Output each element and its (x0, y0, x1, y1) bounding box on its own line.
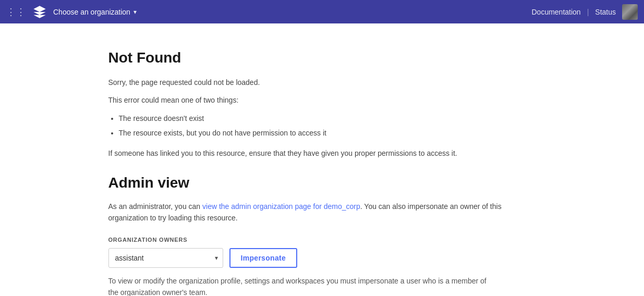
permissions-note: If someone has linked you to this resour… (108, 147, 536, 159)
user-avatar[interactable] (622, 4, 638, 20)
admin-view-title: Admin view (108, 175, 536, 191)
bullet-item-1: The resource doesn't exist (119, 113, 536, 124)
org-selector[interactable]: Choose an organization ▾ (53, 8, 137, 16)
navbar: ⋮⋮ Choose an organization ▾ Documentatio… (0, 0, 644, 23)
org-selector-label: Choose an organization (53, 8, 130, 16)
chevron-down-icon: ▾ (133, 8, 137, 16)
impersonate-button[interactable]: Impersonate (229, 248, 298, 268)
not-found-title: Not Found (108, 50, 536, 66)
navbar-left: ⋮⋮ Choose an organization ▾ (6, 4, 137, 20)
main-content: Not Found Sorry, the page requested coul… (88, 23, 557, 296)
grid-dots-icon[interactable]: ⋮⋮ (6, 6, 26, 18)
owners-row: assistant ▾ Impersonate (108, 248, 536, 268)
app-logo[interactable] (31, 4, 48, 20)
documentation-link[interactable]: Documentation (531, 8, 580, 16)
footer-note: To view or modify the organization profi… (108, 275, 494, 296)
bullet-item-2: The resource exists, but you do not have… (119, 127, 536, 139)
status-link[interactable]: Status (595, 8, 616, 16)
nav-divider: | (587, 8, 589, 16)
error-cause-intro-text: This error could mean one of two things: (108, 94, 536, 106)
navbar-right: Documentation | Status (531, 4, 638, 20)
admin-text-before-link: As an administrator, you can (108, 202, 203, 211)
admin-org-link[interactable]: view the admin organization page for dem… (202, 202, 360, 211)
admin-description: As an administrator, you can view the ad… (108, 201, 536, 224)
org-owners-label: ORGANIZATION OWNERS (108, 237, 536, 243)
owner-select-wrapper: assistant ▾ (108, 248, 223, 268)
error-intro-text: Sorry, the page requested could not be l… (108, 77, 536, 88)
owner-select[interactable]: assistant (108, 248, 223, 268)
avatar-image (622, 4, 638, 20)
error-bullets: The resource doesn't exist The resource … (119, 113, 536, 139)
